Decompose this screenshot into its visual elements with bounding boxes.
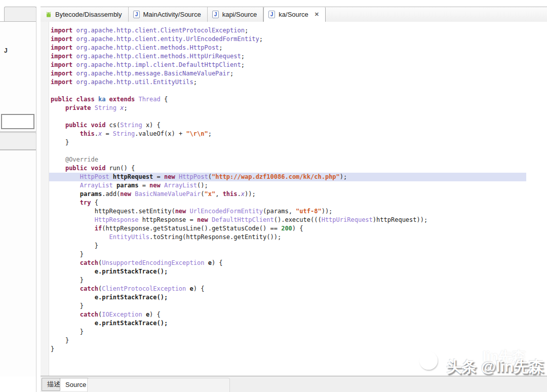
watermark-text: 头条 @lin先森 xyxy=(446,357,544,377)
tab-label: MainActivity/Source xyxy=(143,11,201,18)
code-line[interactable]: } xyxy=(49,336,547,345)
code-line[interactable]: } xyxy=(49,138,547,147)
svg-text:J: J xyxy=(214,12,217,17)
bottom-tab-strip: 描述 Source xyxy=(41,376,547,392)
code-line[interactable]: import org.apache.http.message.BasicName… xyxy=(49,69,547,78)
code-line[interactable]: ArrayList params = new ArrayList(); xyxy=(49,181,547,190)
code-area[interactable]: import org.apache.http.client.ClientProt… xyxy=(49,26,547,354)
code-line[interactable]: import org.apache.http.client.methods.Ht… xyxy=(49,52,547,61)
tab-source-label: Source xyxy=(65,381,86,388)
tab-label: kapi/Source xyxy=(222,11,257,18)
code-line[interactable]: } xyxy=(49,276,547,285)
code-line[interactable]: e.printStackTrace(); xyxy=(49,319,547,328)
code-line[interactable]: e.printStackTrace(); xyxy=(49,293,547,302)
tab-kapi-source[interactable]: Jkapi/Source xyxy=(208,7,264,22)
code-line[interactable]: } xyxy=(49,302,547,310)
java-file-icon: J xyxy=(133,11,140,18)
left-panel-region: J xyxy=(0,0,40,392)
tab-ka-source[interactable]: Jka/Source✕ xyxy=(263,7,326,22)
android-icon xyxy=(45,11,52,18)
code-line[interactable]: HttpResponse httpResponse = new DefaultH… xyxy=(49,216,547,224)
close-icon[interactable]: ✕ xyxy=(315,11,319,18)
code-line[interactable]: catch(UnsupportedEncodingException e) { xyxy=(49,259,547,267)
code-line[interactable]: public void cs(String x) { xyxy=(49,121,547,130)
code-line[interactable]: import org.apache.http.client.methods.Ht… xyxy=(49,44,547,52)
code-line[interactable]: import org.apache.http.client.ClientProt… xyxy=(49,26,547,35)
tab-label: ka/Source xyxy=(279,11,308,18)
left-tree-panel[interactable]: J xyxy=(0,21,37,132)
left-panel-tab-stub[interactable] xyxy=(4,7,36,22)
svg-text:J: J xyxy=(270,12,274,17)
code-line[interactable]: import org.apache.http.util.EntityUtils; xyxy=(49,78,547,87)
code-line[interactable]: try { xyxy=(49,199,547,207)
code-line[interactable]: if(httpResponse.getStatusLine().getStatu… xyxy=(49,224,547,233)
code-line[interactable]: public class ka extends Thread { xyxy=(49,95,547,104)
left-lower-panel-header[interactable] xyxy=(0,132,36,150)
java-file-icon: J xyxy=(268,11,276,18)
left-lower-panel[interactable] xyxy=(0,150,37,376)
tab-description-label: 描述 xyxy=(47,380,60,389)
code-line[interactable]: } xyxy=(49,328,547,336)
code-line[interactable]: } xyxy=(49,250,547,259)
code-line[interactable] xyxy=(49,147,547,155)
code-line[interactable]: params.add(new BasicNameValuePair("x", t… xyxy=(49,190,547,199)
editor-gutter xyxy=(41,22,49,376)
tab-bytecode-disassembly[interactable]: Bytecode/Disassembly xyxy=(41,7,129,22)
code-line[interactable]: } xyxy=(49,345,547,354)
code-line-highlighted[interactable]: HttpPost httpRequest = new HttpPost("htt… xyxy=(49,173,526,181)
left-filter-input[interactable] xyxy=(1,114,34,129)
code-line[interactable]: import org.apache.http.client.entity.Url… xyxy=(49,35,547,44)
tab-label: Bytecode/Disassembly xyxy=(55,11,122,18)
bottom-tab-strip-spacer xyxy=(87,378,230,392)
toutiao-logo-icon xyxy=(419,351,438,370)
java-file-icon: J xyxy=(212,11,219,18)
code-line[interactable]: public void run() { xyxy=(49,164,547,173)
code-line[interactable]: catch(IOException e) { xyxy=(49,310,547,319)
code-line[interactable]: import org.apache.http.impl.client.Defau… xyxy=(49,61,547,69)
code-line[interactable]: private String x; xyxy=(49,104,547,112)
code-line[interactable]: @Override xyxy=(49,155,547,164)
code-line[interactable] xyxy=(49,112,547,121)
code-line[interactable]: EntityUtils.toString(httpResponse.getEnt… xyxy=(49,233,547,242)
source-editor[interactable]: import org.apache.http.client.ClientProt… xyxy=(41,22,547,376)
tab-mainactivity-source[interactable]: JMainActivity/Source xyxy=(129,7,208,22)
code-line[interactable]: httpRequest.setEntity(new UrlEncodedForm… xyxy=(49,207,547,216)
editor-tab-bar: Bytecode/DisassemblyJMainActivity/Source… xyxy=(41,7,547,22)
code-line[interactable]: this.x = String.valueOf(x) + "\r\n"; xyxy=(49,130,547,138)
code-line[interactable]: catch(ClientProtocolException e) { xyxy=(49,285,547,293)
svg-text:J: J xyxy=(135,12,138,17)
code-line[interactable]: } xyxy=(49,242,547,250)
code-line[interactable] xyxy=(49,87,547,95)
code-line[interactable]: e.printStackTrace(); xyxy=(49,267,547,276)
left-tree-item-fragment: J xyxy=(4,47,8,54)
editor-region: Bytecode/DisassemblyJMainActivity/Source… xyxy=(41,7,547,392)
